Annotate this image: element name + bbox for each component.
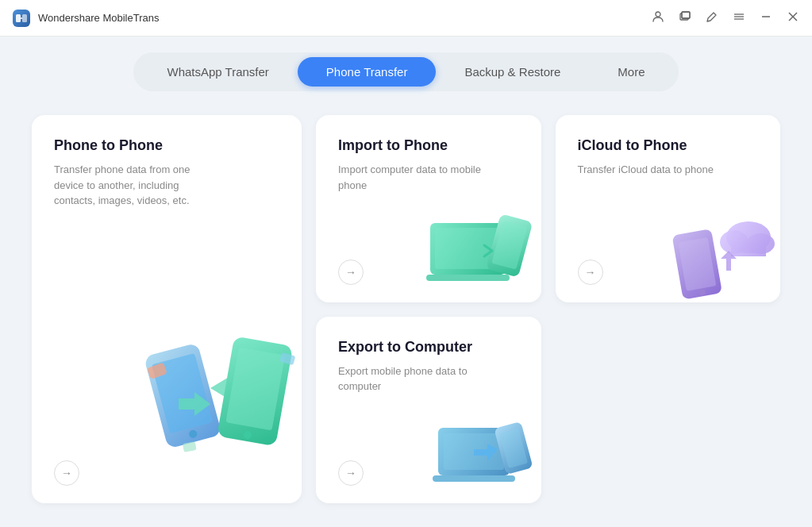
app-icon (13, 10, 30, 27)
cards-grid: Phone to Phone Transfer phone data from … (32, 115, 780, 503)
account-icon[interactable] (652, 10, 664, 25)
card-icloud-desc: Transfer iCloud data to phone (578, 162, 737, 178)
tab-more[interactable]: More (589, 57, 673, 87)
card-export-desc: Export mobile phone data to computer (338, 364, 497, 394)
title-bar: Wondershare MobileTrans (0, 0, 812, 37)
card-icloud-title: iCloud to Phone (578, 137, 759, 154)
card-import-desc: Import computer data to mobile phone (338, 162, 497, 193)
app-identity: Wondershare MobileTrans (13, 10, 159, 27)
card-import-title: Import to Phone (338, 137, 519, 154)
card-icloud-arrow[interactable]: → (578, 260, 603, 285)
card-phone-to-phone-desc: Transfer phone data from one device to a… (54, 162, 213, 209)
card-export-title: Export to Computer (338, 339, 519, 356)
close-icon[interactable] (787, 10, 799, 25)
phone-to-phone-illustration (135, 297, 302, 471)
card-icloud-to-phone[interactable]: iCloud to Phone Transfer iCloud data to … (556, 115, 781, 302)
svg-rect-32 (731, 242, 766, 256)
minimize-icon[interactable] (760, 10, 772, 25)
icloud-illustration (669, 199, 772, 294)
window-controls[interactable] (652, 10, 799, 25)
card-import-arrow[interactable]: → (338, 260, 364, 285)
card-export-to-computer[interactable]: Export to Computer Export mobile phone d… (316, 317, 541, 504)
main-content: WhatsApp Transfer Phone Transfer Backup … (0, 37, 812, 527)
card-export-arrow[interactable]: → (338, 460, 364, 486)
svg-rect-23 (426, 275, 510, 281)
menu-icon[interactable] (733, 10, 745, 25)
card-phone-to-phone-title: Phone to Phone (54, 137, 279, 154)
tab-phone-transfer[interactable]: Phone Transfer (298, 57, 437, 87)
svg-rect-0 (16, 14, 21, 22)
app-title: Wondershare MobileTrans (38, 12, 159, 24)
edit-icon[interactable] (706, 10, 718, 25)
svg-rect-1 (22, 14, 27, 22)
tab-bar: WhatsApp Transfer Phone Transfer Backup … (133, 52, 678, 91)
window-icon[interactable] (679, 10, 691, 25)
svg-rect-35 (433, 475, 515, 482)
card-import-to-phone[interactable]: Import to Phone Import computer data to … (316, 115, 541, 302)
card-phone-to-phone-arrow[interactable]: → (54, 460, 79, 486)
svg-rect-4 (682, 12, 690, 18)
tab-whatsapp-transfer[interactable]: WhatsApp Transfer (138, 57, 297, 87)
svg-point-2 (656, 12, 660, 17)
import-illustration (422, 199, 533, 294)
tab-backup-restore[interactable]: Backup & Restore (436, 57, 589, 87)
export-illustration (422, 400, 533, 495)
card-phone-to-phone[interactable]: Phone to Phone Transfer phone data from … (32, 115, 302, 503)
